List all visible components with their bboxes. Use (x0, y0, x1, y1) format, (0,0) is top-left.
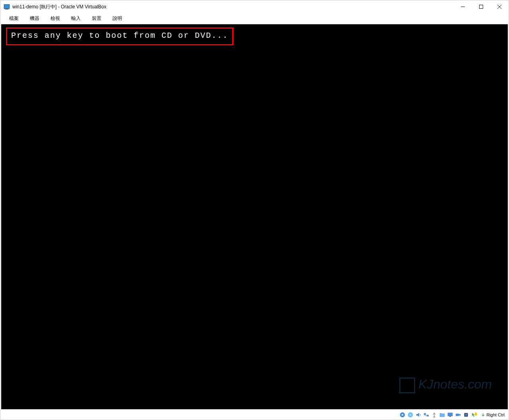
titlebar[interactable]: win11-demo [執行中] - Oracle VM VirtualBox (0, 0, 509, 13)
svg-point-11 (410, 414, 411, 416)
recording-icon[interactable] (455, 411, 462, 418)
window-title: win11-demo [執行中] - Oracle VM VirtualBox (12, 4, 454, 10)
watermark-text: KJnotes.com (418, 377, 492, 391)
cpu-icon[interactable]: V (462, 411, 470, 418)
svg-rect-19 (475, 412, 477, 416)
close-button[interactable] (490, 0, 509, 13)
menubar: 檔案 機器 檢視 輸入 裝置 說明 (0, 13, 509, 23)
menu-help[interactable]: 說明 (107, 14, 128, 23)
mouse-integration-icon[interactable] (470, 411, 478, 418)
virtualbox-app-icon (4, 4, 10, 10)
statusbar: V Right Ctrl (0, 410, 509, 420)
watermark-icon (399, 377, 415, 393)
display-icon[interactable] (447, 411, 454, 418)
maximize-button[interactable] (472, 0, 490, 13)
boot-message: Press any key to boot from CD or DVD... (11, 31, 228, 40)
watermark: KJnotes.com (399, 377, 492, 393)
arrow-down-icon (481, 412, 486, 417)
svg-rect-14 (448, 413, 453, 416)
host-key-indicator[interactable]: Right Ctrl (478, 412, 507, 417)
virtualbox-window: win11-demo [執行中] - Oracle VM VirtualBox … (0, 0, 509, 420)
svg-rect-15 (449, 416, 451, 417)
network-icon[interactable] (423, 411, 430, 418)
svg-point-9 (402, 414, 403, 416)
menu-file[interactable]: 檔案 (4, 14, 24, 23)
menu-view[interactable]: 檢視 (45, 14, 66, 23)
shared-folders-icon[interactable] (439, 411, 446, 418)
optical-disk-icon[interactable] (407, 411, 414, 418)
svg-rect-2 (6, 9, 8, 9)
menu-devices[interactable]: 裝置 (86, 14, 107, 23)
menu-input[interactable]: 輸入 (66, 14, 86, 23)
svg-rect-5 (480, 5, 483, 9)
boot-prompt-highlight: Press any key to boot from CD or DVD... (6, 27, 233, 45)
harddisk-icon[interactable] (399, 411, 406, 418)
svg-rect-16 (456, 414, 459, 416)
usb-icon[interactable] (431, 411, 438, 418)
status-icons-group: V (399, 411, 478, 418)
window-controls (454, 0, 509, 13)
svg-rect-12 (424, 413, 426, 415)
vm-display[interactable]: Press any key to boot from CD or DVD... … (0, 23, 509, 410)
host-key-label: Right Ctrl (486, 412, 505, 417)
audio-icon[interactable] (415, 411, 422, 418)
svg-rect-3 (5, 9, 9, 10)
minimize-button[interactable] (454, 0, 472, 13)
menu-machine[interactable]: 機器 (24, 14, 45, 23)
svg-rect-1 (4, 5, 9, 8)
